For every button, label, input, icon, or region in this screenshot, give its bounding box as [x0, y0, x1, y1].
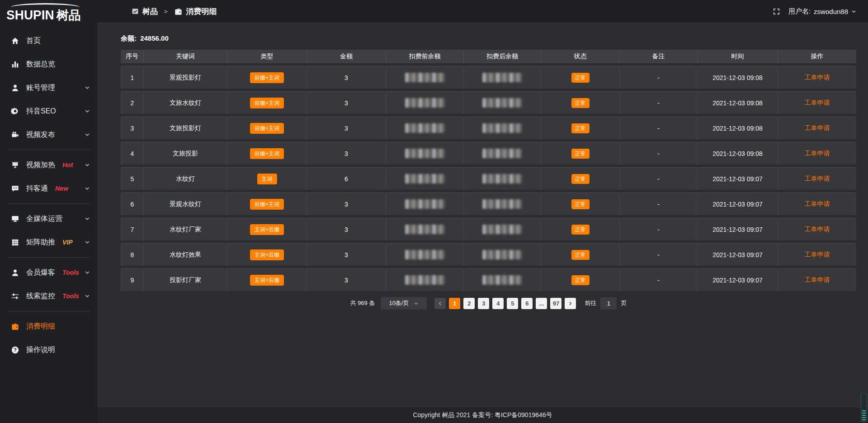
breadcrumb-item-home[interactable]: 树品	[132, 6, 158, 17]
cell-keyword: 文旅投影	[143, 142, 227, 164]
cell-status: 正常	[541, 244, 619, 266]
cell-seq: 5	[121, 168, 143, 190]
sidebar-item-label: 抖音SEO	[26, 107, 56, 116]
app-logo[interactable]: SHUPIN 树品	[0, 0, 97, 24]
ticket-apply-link[interactable]: 工单申请	[805, 200, 830, 208]
masked-value	[405, 123, 445, 133]
username-value: zswodun88	[814, 8, 848, 15]
cell-status: 正常	[541, 193, 619, 215]
cell-status: 正常	[541, 218, 619, 240]
sidebar-item-home-0[interactable]: 首页	[0, 29, 97, 52]
sidebar-item-user-12[interactable]: 会员爆客Tools	[0, 261, 97, 284]
ticket-apply-link[interactable]: 工单申请	[805, 226, 830, 234]
monitor-icon	[11, 215, 19, 223]
table-header-cell: 金额	[307, 50, 386, 63]
ticket-apply-link[interactable]: 工单申请	[805, 276, 830, 284]
prev-page-button[interactable]	[434, 298, 446, 309]
status-badge: 正常	[571, 174, 590, 184]
cell-time: 2021-12-03 09:07	[697, 218, 778, 240]
chart-icon	[11, 60, 19, 69]
chevron-right-icon	[568, 301, 573, 306]
cell-balance-before	[386, 117, 463, 139]
cell-amount: 3	[307, 117, 386, 139]
logo-text-en: SHUPIN	[6, 8, 54, 23]
page-size-value: 10条/页	[389, 299, 409, 307]
user-menu[interactable]: 用户名: zswodun88	[788, 7, 856, 16]
type-badge: 前缀+主词	[250, 123, 284, 134]
cell-action: 工单申请	[778, 142, 856, 164]
pagination: 共 969 条 10条/页 123456...97 前往 页	[121, 297, 856, 310]
ticket-apply-link[interactable]: 工单申请	[805, 124, 830, 132]
type-badge: 主词+后缀	[250, 224, 284, 235]
sidebar-item-gear-3[interactable]: 抖音SEO	[0, 99, 97, 123]
sidebar-item-user-2[interactable]: 账号管理	[0, 76, 97, 99]
sidebar-item-label: 操作说明	[26, 345, 55, 355]
cell-keyword: 景观水纹灯	[143, 193, 227, 215]
page-button-5[interactable]: 5	[507, 298, 518, 309]
sidebar-item-question-16[interactable]: ?操作说明	[0, 338, 97, 362]
table-header-cell: 备注	[619, 50, 697, 63]
sidebar-item-grid-10[interactable]: 矩阵助推VIP	[0, 230, 97, 254]
user-icon	[11, 268, 19, 277]
page-size-select[interactable]: 10条/页	[381, 297, 427, 310]
next-page-button[interactable]	[565, 298, 576, 309]
ticket-apply-link[interactable]: 工单申请	[805, 74, 830, 82]
cell-amount: 3	[307, 218, 386, 240]
page-button-6[interactable]: 6	[521, 298, 533, 309]
cell-seq: 6	[121, 193, 143, 215]
page-button-4[interactable]: 4	[492, 298, 504, 309]
cell-remark: -	[619, 66, 697, 89]
user-icon	[11, 84, 19, 92]
cell-balance-before	[386, 92, 463, 114]
breadcrumb-home-label: 树品	[142, 6, 158, 17]
page-button-1[interactable]: 1	[449, 298, 460, 309]
table-row: 6景观水纹灯前缀+主词3正常-2021-12-03 09:07工单申请	[121, 193, 856, 215]
sidebar-item-chart-1[interactable]: 数据总览	[0, 52, 97, 76]
cell-type: 前缀+主词	[227, 193, 307, 215]
breadcrumb-item-current[interactable]: 消费明细	[174, 6, 217, 17]
ellipsis-button[interactable]: ...	[536, 298, 547, 309]
status-badge: 正常	[571, 73, 590, 83]
ticket-apply-link[interactable]: 工单申请	[805, 99, 830, 107]
cell-status: 正常	[541, 142, 619, 164]
goto-page-input[interactable]	[600, 297, 617, 310]
balance-display: 余额: 24856.00	[121, 34, 856, 43]
page-button-97[interactable]: 97	[550, 298, 561, 309]
cell-balance-before	[386, 66, 463, 89]
chevron-down-icon	[85, 186, 90, 191]
sidebar-item-sliders-13[interactable]: 线索监控Tools	[0, 284, 97, 308]
sidebar-item-screen-6[interactable]: 视频加热Hot	[0, 153, 97, 177]
table-header-cell: 序号	[121, 50, 143, 63]
cell-type: 前缀+主词	[227, 117, 307, 139]
type-badge: 主词+后缀	[250, 249, 284, 260]
masked-value	[482, 98, 522, 108]
sidebar-item-chat-7[interactable]: 抖客通New	[0, 177, 97, 200]
sidebar-item-monitor-9[interactable]: 全媒体运营	[0, 207, 97, 230]
cell-amount: 3	[307, 92, 386, 114]
cell-time: 2021-12-03 09:08	[697, 66, 778, 89]
page-button-2[interactable]: 2	[463, 298, 475, 309]
consumption-table: 序号关键词类型金额扣费前余额扣费后余额状态备注时间操作 1景观投影灯前缀+主词3…	[121, 50, 856, 291]
type-badge: 前缀+主词	[250, 199, 284, 210]
ticket-apply-link[interactable]: 工单申请	[805, 150, 830, 158]
ticket-apply-link[interactable]: 工单申请	[805, 175, 830, 183]
status-badge: 正常	[571, 149, 590, 159]
cell-remark: -	[619, 244, 697, 266]
corner-widget[interactable]	[861, 393, 867, 422]
chevron-down-icon	[85, 270, 90, 275]
sidebar-item-videocam-4[interactable]: 视频发布	[0, 123, 97, 146]
masked-value	[482, 199, 522, 209]
cell-balance-after	[463, 168, 541, 190]
sidebar-item-tag: Tools	[62, 269, 79, 276]
cell-time: 2021-12-03 09:07	[697, 193, 778, 215]
cell-keyword: 水纹灯	[143, 168, 227, 190]
cell-amount: 3	[307, 142, 386, 164]
cell-status: 正常	[541, 66, 619, 89]
page-button-3[interactable]: 3	[478, 298, 489, 309]
chevron-down-icon	[85, 85, 90, 90]
fullscreen-icon[interactable]	[773, 8, 780, 15]
ticket-apply-link[interactable]: 工单申请	[805, 251, 830, 259]
sidebar-item-wallet-15[interactable]: 消费明细	[0, 315, 97, 338]
cell-balance-after	[463, 269, 541, 291]
cell-keyword: 文旅水纹灯	[143, 92, 227, 114]
